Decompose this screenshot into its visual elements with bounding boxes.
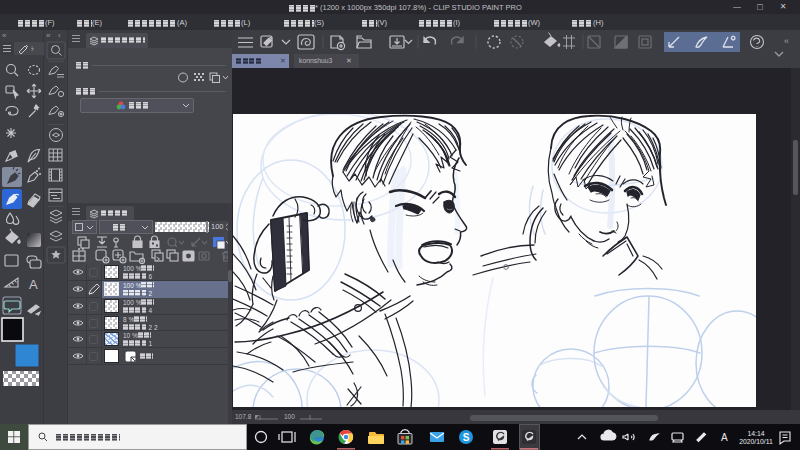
- svg-text:A: A: [721, 432, 728, 443]
- svg-text:14:14: 14:14: [747, 430, 764, 437]
- svg-text:2020/10/11: 2020/10/11: [739, 438, 773, 445]
- svg-text:«: «: [784, 36, 789, 46]
- svg-text:S: S: [463, 432, 470, 443]
- svg-text:A: A: [29, 277, 38, 292]
